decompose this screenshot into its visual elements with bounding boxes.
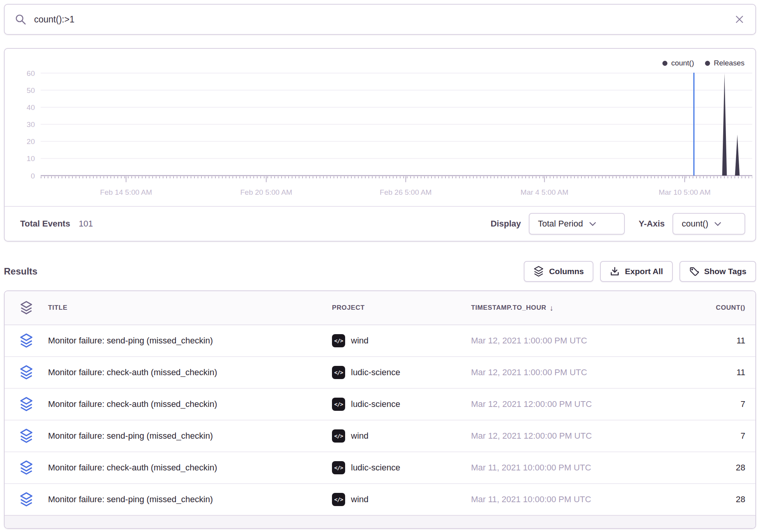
search-input[interactable]: count():>1	[34, 14, 734, 25]
project-name: ludic-science	[351, 367, 400, 378]
svg-text:20: 20	[27, 137, 35, 146]
column-header-project[interactable]: PROJECT	[332, 304, 471, 312]
project-platform-icon: </>	[332, 366, 345, 379]
events-chart-panel: count() Releases 0102030405060Feb 14 5:0…	[4, 48, 756, 242]
count-value: 28	[644, 494, 755, 505]
timestamp-value: Mar 12, 2021 1:00:00 PM UTC	[471, 336, 644, 346]
stack-icon	[5, 396, 48, 412]
project-cell: </> wind	[332, 334, 471, 347]
y-axis-dropdown-value: count()	[682, 219, 708, 229]
chevron-down-icon	[714, 222, 721, 226]
display-label: Display	[490, 219, 521, 229]
close-icon[interactable]	[734, 14, 745, 25]
results-actions: Columns Export All Show Tags	[524, 261, 756, 282]
stack-icon	[5, 365, 48, 380]
display-dropdown[interactable]: Total Period	[529, 213, 625, 235]
event-title-link[interactable]: Monitor failure: check-auth (missed_chec…	[48, 463, 332, 473]
project-platform-icon: </>	[332, 493, 345, 506]
total-events-label: Total Events	[20, 219, 70, 229]
column-header-timestamp[interactable]: TIMESTAMP.TO_HOUR ↓	[471, 304, 644, 312]
timestamp-value: Mar 11, 2021 10:00:00 PM UTC	[471, 494, 644, 505]
project-name: ludic-science	[351, 463, 400, 473]
table-row: Monitor failure: send-ping (missed_check…	[5, 484, 755, 516]
svg-text:Feb 26 5:00 AM: Feb 26 5:00 AM	[380, 188, 432, 196]
project-cell: </> ludic-science	[332, 398, 471, 411]
download-icon	[610, 266, 620, 276]
table-footer	[5, 516, 755, 528]
table-row: Monitor failure: send-ping (missed_check…	[5, 420, 755, 452]
count-value: 11	[644, 336, 755, 346]
table-row: Monitor failure: check-auth (missed_chec…	[5, 452, 755, 484]
timestamp-value: Mar 12, 2021 1:00:00 PM UTC	[471, 367, 644, 378]
column-header-title[interactable]: TITLE	[48, 304, 332, 312]
timestamp-value: Mar 12, 2021 12:00:00 PM UTC	[471, 399, 644, 409]
svg-text:Mar 4 5:00 AM: Mar 4 5:00 AM	[521, 188, 569, 196]
legend-item-releases[interactable]: Releases	[705, 59, 745, 67]
legend-dot-releases-icon	[705, 61, 710, 66]
legend-label-releases: Releases	[714, 59, 745, 67]
layers-icon	[533, 266, 544, 277]
svg-text:0: 0	[31, 172, 35, 180]
timestamp-value: Mar 11, 2021 10:00:00 PM UTC	[471, 463, 644, 473]
table-body: Monitor failure: send-ping (missed_check…	[5, 325, 755, 516]
count-value: 28	[644, 463, 755, 473]
svg-text:Mar 10 5:00 AM: Mar 10 5:00 AM	[659, 188, 710, 196]
sort-descending-icon: ↓	[549, 304, 554, 312]
results-heading: Results	[4, 266, 38, 277]
chart-footer: Total Events 101 Display Total Period Y-…	[5, 206, 755, 241]
table-row: Monitor failure: check-auth (missed_chec…	[5, 357, 755, 389]
chevron-down-icon	[589, 222, 596, 226]
event-title-link[interactable]: Monitor failure: send-ping (missed_check…	[48, 494, 332, 505]
table-header: TITLE PROJECT TIMESTAMP.TO_HOUR ↓ COUNT(…	[5, 291, 755, 325]
results-toolbar: Results Columns Export All Show Tags	[4, 260, 756, 283]
export-all-button[interactable]: Export All	[600, 261, 672, 282]
event-title-link[interactable]: Monitor failure: check-auth (missed_chec…	[48, 399, 332, 409]
show-tags-button[interactable]: Show Tags	[679, 261, 756, 282]
display-dropdown-value: Total Period	[538, 219, 583, 229]
stack-icon	[5, 428, 48, 444]
project-name: wind	[351, 494, 368, 505]
svg-text:Feb 20 5:00 AM: Feb 20 5:00 AM	[240, 188, 292, 196]
project-name: wind	[351, 431, 368, 441]
project-name: wind	[351, 336, 368, 346]
event-title-link[interactable]: Monitor failure: send-ping (missed_check…	[48, 336, 332, 346]
search-icon	[15, 14, 26, 25]
tag-icon	[689, 266, 699, 276]
count-value: 11	[644, 367, 755, 378]
project-cell: </> wind	[332, 429, 471, 443]
search-bar[interactable]: count():>1	[4, 4, 756, 35]
event-title-link[interactable]: Monitor failure: send-ping (missed_check…	[48, 431, 332, 441]
export-all-button-label: Export All	[625, 267, 663, 276]
stack-icon	[5, 333, 48, 348]
project-platform-icon: </>	[332, 398, 345, 411]
project-platform-icon: </>	[332, 334, 345, 347]
count-value: 7	[644, 431, 755, 441]
svg-text:60: 60	[27, 69, 35, 77]
project-name: ludic-science	[351, 399, 400, 409]
project-platform-icon: </>	[332, 429, 345, 443]
total-events-value: 101	[79, 219, 93, 229]
column-header-count[interactable]: COUNT()	[644, 304, 755, 312]
events-area-chart[interactable]: 0102030405060Feb 14 5:00 AMFeb 20 5:00 A…	[5, 49, 755, 207]
project-platform-icon: </>	[332, 461, 345, 474]
svg-text:50: 50	[27, 86, 35, 94]
timestamp-value: Mar 12, 2021 12:00:00 PM UTC	[471, 431, 644, 441]
svg-text:40: 40	[27, 103, 35, 112]
y-axis-label: Y-Axis	[639, 219, 665, 229]
count-value: 7	[644, 399, 755, 409]
project-cell: </> wind	[332, 493, 471, 506]
legend-label-count: count()	[671, 59, 694, 67]
legend-item-count[interactable]: count()	[662, 59, 694, 67]
columns-button[interactable]: Columns	[524, 261, 593, 282]
stack-icon	[5, 460, 48, 475]
y-axis-dropdown[interactable]: count()	[672, 213, 745, 235]
results-table: TITLE PROJECT TIMESTAMP.TO_HOUR ↓ COUNT(…	[4, 290, 756, 529]
stack-icon	[5, 492, 48, 507]
event-title-link[interactable]: Monitor failure: check-auth (missed_chec…	[48, 367, 332, 378]
legend-dot-count-icon	[662, 61, 667, 66]
table-row: Monitor failure: send-ping (missed_check…	[5, 325, 755, 357]
columns-button-label: Columns	[549, 267, 584, 276]
svg-text:30: 30	[27, 120, 35, 129]
show-tags-button-label: Show Tags	[704, 267, 746, 276]
svg-text:Feb 14 5:00 AM: Feb 14 5:00 AM	[100, 188, 152, 196]
